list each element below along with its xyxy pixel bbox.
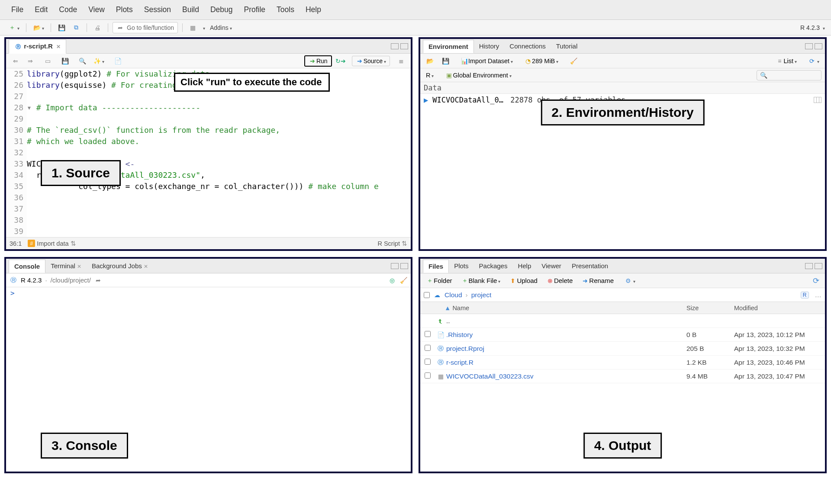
tab-terminal[interactable]: Terminal✕	[45, 260, 87, 272]
tab-files[interactable]: Files	[423, 260, 449, 273]
code-line[interactable]	[27, 192, 411, 203]
forward-button[interactable]: ⇒	[24, 56, 36, 66]
menu-view[interactable]: View	[88, 5, 105, 14]
tab-plots[interactable]: Plots	[449, 260, 473, 272]
file-name[interactable]: r-script.R	[446, 359, 686, 366]
file-checkbox[interactable]	[425, 372, 431, 379]
code-editor[interactable]: 25library(ggplot2) # For visualizing dat…	[6, 68, 411, 237]
sort-asc-icon[interactable]: ▲	[444, 305, 451, 311]
tab-viewer[interactable]: Viewer	[536, 260, 567, 272]
file-row[interactable]: Ⓡproject.Rproj205 BApr 13, 2023, 10:32 P…	[420, 342, 825, 356]
expand-icon[interactable]: ▶	[424, 96, 428, 104]
menu-edit[interactable]: Edit	[35, 5, 48, 14]
upload-button[interactable]: ⬆Upload	[507, 276, 540, 286]
more-path-icon[interactable]: …	[815, 291, 822, 299]
menu-file[interactable]: File	[11, 5, 23, 14]
print-button[interactable]: 🖨	[91, 23, 103, 32]
new-file-button[interactable]: ＋	[6, 23, 22, 32]
menu-profile[interactable]: Profile	[244, 5, 266, 14]
code-line[interactable]	[27, 226, 411, 237]
pane-window-controls[interactable]	[391, 263, 408, 269]
source-file-tab[interactable]: Ⓡ r-script.R ✕	[9, 39, 66, 54]
env-search-input[interactable]: 🔍	[757, 70, 821, 80]
tab-history[interactable]: History	[474, 40, 505, 52]
code-line[interactable]: # which we loaded above.	[27, 136, 411, 147]
tab-connections[interactable]: Connections	[504, 40, 551, 52]
rerun-button[interactable]: ↻➔	[335, 56, 347, 66]
menu-code[interactable]: Code	[59, 5, 77, 14]
lang-selector[interactable]: R	[424, 71, 436, 80]
file-row[interactable]: ▦WICVOCDataAll_030223.csv9.4 MBApr 13, 2…	[420, 369, 825, 383]
run-button[interactable]: ➔ Run	[304, 55, 332, 67]
code-line[interactable]	[27, 91, 411, 102]
import-dataset-button[interactable]: 📊 Import Dataset	[458, 56, 515, 66]
files-up-row[interactable]: ⮬ ..	[420, 314, 825, 328]
section-updown-icon[interactable]: ⇅	[71, 240, 76, 247]
file-name[interactable]: WICVOCDataAll_030223.csv	[446, 372, 686, 380]
rproj-badge-icon[interactable]: R	[801, 292, 809, 299]
menu-session[interactable]: Session	[144, 5, 171, 14]
code-line[interactable]	[27, 215, 411, 226]
file-type-selector[interactable]: R Script	[377, 240, 400, 247]
view-data-icon[interactable]	[814, 97, 821, 103]
file-row[interactable]: Ⓡr-script.R1.2 KBApr 13, 2023, 10:46 PM	[420, 356, 825, 369]
close-tab-icon[interactable]: ✕	[77, 263, 81, 270]
compile-report-button[interactable]: 📄	[112, 56, 124, 66]
crumb-cloud[interactable]: Cloud	[444, 291, 462, 299]
open-project-button[interactable]: 📂	[31, 23, 46, 32]
source-button[interactable]: ➔ Source	[352, 56, 390, 66]
menu-build[interactable]: Build	[182, 5, 199, 14]
pane-window-controls[interactable]	[805, 43, 822, 49]
new-blank-file-button[interactable]: ＋Blank File	[459, 276, 503, 286]
file-row[interactable]: 📄.Rhistory0 BApr 13, 2023, 10:12 PM	[420, 328, 825, 342]
clear-console-button[interactable]: 🧹	[399, 276, 407, 284]
delete-button[interactable]: ⊗Delete	[544, 276, 575, 286]
save-all-button[interactable]: ⧉	[70, 23, 82, 32]
goto-file-input[interactable]: ➦ Go to file/function	[113, 22, 178, 33]
menu-help[interactable]: Help	[306, 5, 321, 14]
refresh-env-button[interactable]: ⟳	[806, 56, 821, 66]
file-checkbox[interactable]	[425, 345, 431, 351]
file-checkbox[interactable]	[425, 331, 431, 337]
new-folder-button[interactable]: ＋Folder	[424, 276, 454, 286]
refresh-files-button[interactable]: ⟳	[811, 275, 821, 286]
env-scope-selector[interactable]: ▣ Global Environment	[443, 71, 513, 80]
more-button[interactable]: ⚙	[622, 276, 638, 286]
outline-button[interactable]: ≣	[395, 56, 407, 66]
code-line[interactable]	[27, 203, 411, 215]
close-tab-icon[interactable]: ✕	[144, 263, 148, 270]
tab-console[interactable]: Console	[9, 260, 45, 273]
tab-tutorial[interactable]: Tutorial	[551, 40, 583, 52]
code-line[interactable]	[27, 147, 411, 158]
menu-debug[interactable]: Debug	[210, 5, 233, 14]
rename-button[interactable]: ➜Rename	[579, 276, 616, 286]
grid-panes-caret[interactable]	[202, 24, 205, 31]
find-button[interactable]: 🔍	[76, 56, 88, 66]
tab-help[interactable]: Help	[512, 260, 536, 272]
pane-window-controls[interactable]	[805, 263, 822, 269]
show-in-new-window-button[interactable]: ▭	[42, 56, 54, 66]
select-all-checkbox[interactable]	[424, 292, 430, 298]
view-mode-selector[interactable]: ≡ List	[773, 56, 799, 66]
grid-panes-button[interactable]: ▦	[187, 23, 199, 32]
crumb-project[interactable]: project	[471, 291, 492, 299]
file-checkbox[interactable]	[425, 359, 431, 365]
clear-workspace-button[interactable]: 🧹	[567, 56, 580, 66]
file-name[interactable]: .Rhistory	[446, 331, 686, 339]
wand-button[interactable]: ✨	[91, 56, 106, 66]
close-tab-icon[interactable]: ✕	[56, 44, 61, 50]
r-version-selector[interactable]: R 4.2.3	[800, 24, 825, 31]
addins-button[interactable]: Addins	[208, 23, 234, 32]
code-line[interactable]: ▾ # Import data ---------------------	[27, 102, 411, 113]
save-workspace-button[interactable]: 💾	[439, 56, 451, 66]
tab-packages[interactable]: Packages	[474, 260, 513, 272]
col-modified-header[interactable]: Modified	[734, 305, 825, 311]
tab-presentation[interactable]: Presentation	[567, 260, 613, 272]
col-size-header[interactable]: Size	[686, 305, 734, 311]
save-button[interactable]: 💾	[55, 23, 68, 32]
pane-window-controls[interactable]	[391, 43, 408, 49]
load-workspace-button[interactable]: 📂	[424, 56, 436, 66]
code-line[interactable]: # The `read_csv()` function is from the …	[27, 125, 411, 136]
goto-wd-icon[interactable]: ➦	[94, 276, 102, 284]
menu-tools[interactable]: Tools	[277, 5, 294, 14]
